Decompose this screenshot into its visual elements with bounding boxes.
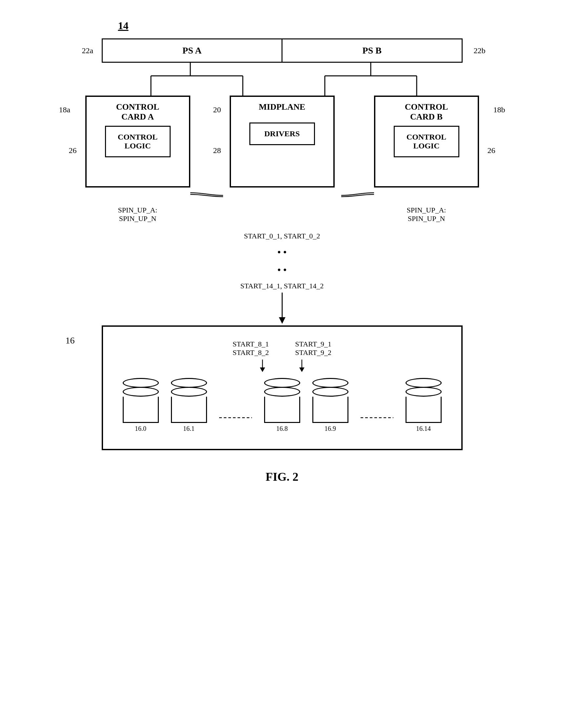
drive-bay: START_8_1START_8_2 START_9_1START_9_2 bbox=[102, 325, 463, 450]
start-signals: START_0_1, START_0_2 •• •• START_14_1, S… bbox=[240, 230, 323, 293]
drive-16-1: 16.1 bbox=[171, 378, 207, 432]
card-b-inner-label: 26 bbox=[488, 146, 495, 155]
arrow-to-8 bbox=[256, 360, 269, 373]
control-card-b: CONTROLCARD B CONTROLLOGIC bbox=[374, 96, 479, 188]
fig-caption: FIG. 2 bbox=[266, 470, 298, 484]
drive-16-14: 16.14 bbox=[405, 378, 442, 432]
start-9-label: START_9_1START_9_2 bbox=[295, 340, 332, 357]
midplane-label: 20 bbox=[213, 105, 221, 114]
dash-line-2 bbox=[360, 416, 393, 432]
ps-b-box: PS B bbox=[282, 39, 462, 62]
drive-16-8: 16.8 bbox=[264, 378, 300, 432]
ps-b-label: 22b bbox=[474, 46, 486, 55]
drivers-box: DRIVERS bbox=[250, 122, 315, 145]
svg-marker-15 bbox=[299, 367, 304, 372]
dash-line-1 bbox=[219, 416, 252, 432]
card-a-title: CONTROLCARD A bbox=[92, 102, 184, 122]
ps-a-box: PS A bbox=[103, 39, 283, 62]
svg-marker-13 bbox=[260, 367, 265, 372]
cards-row: 18a CONTROLCARD A CONTROLLOGIC 26 20 MID… bbox=[85, 96, 479, 188]
signals-row: SPIN_UP_A:SPIN_UP_N SPIN_UP_A:SPIN_UP_N bbox=[85, 206, 479, 223]
vert-arrow-svg bbox=[272, 293, 292, 325]
signal-center bbox=[230, 212, 335, 223]
ps-row: PS A PS B bbox=[102, 38, 463, 63]
card-b-label: 18b bbox=[493, 105, 505, 114]
control-logic-b: CONTROLLOGIC bbox=[394, 126, 459, 157]
midplane-card: MIDPLANE DRIVERS bbox=[230, 96, 335, 188]
bay-label: 16 bbox=[66, 335, 75, 346]
svg-marker-11 bbox=[279, 317, 285, 324]
fig-label: 14 bbox=[118, 20, 129, 32]
drive-16-0: 16.0 bbox=[123, 378, 159, 432]
ps-a-label: 22a bbox=[82, 46, 94, 55]
connector-lines-svg bbox=[102, 63, 463, 96]
signal-right: SPIN_UP_A:SPIN_UP_N bbox=[374, 206, 479, 223]
midplane-title: MIDPLANE bbox=[259, 102, 305, 112]
horiz-connections-svg bbox=[85, 186, 479, 199]
control-logic-a: CONTROLLOGIC bbox=[105, 126, 171, 157]
drive-16-9: 16.9 bbox=[312, 378, 348, 432]
drivers-label: 28 bbox=[213, 146, 221, 155]
card-a-label: 18a bbox=[59, 105, 71, 114]
control-card-a: CONTROLCARD A CONTROLLOGIC bbox=[85, 96, 190, 188]
drives-row: 16.0 16.1 bbox=[123, 378, 442, 432]
card-b-title: CONTROLCARD B bbox=[380, 102, 472, 122]
arrow-to-9 bbox=[295, 360, 308, 373]
signal-left: SPIN_UP_A:SPIN_UP_N bbox=[85, 206, 190, 223]
card-a-inner-label: 26 bbox=[69, 146, 77, 155]
start-8-label: START_8_1START_8_2 bbox=[233, 340, 269, 357]
